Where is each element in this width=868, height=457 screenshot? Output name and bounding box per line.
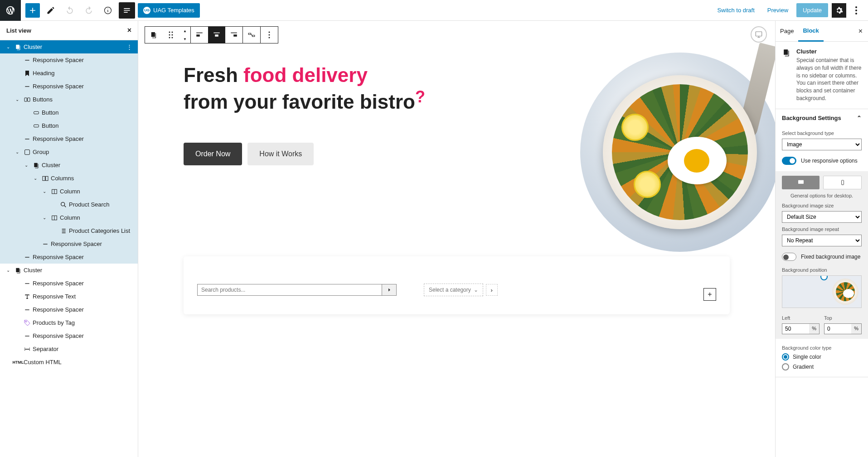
tab-page[interactable]: Page [776, 21, 798, 41]
listview-item[interactable]: Products by Tag [0, 316, 138, 329]
listview-item[interactable]: ⌄Column [0, 185, 138, 198]
bg-repeat-select[interactable]: No Repeat [782, 235, 862, 246]
bg-size-select[interactable]: Default Size [782, 211, 862, 223]
listview-item[interactable]: Product Search [0, 198, 138, 211]
mobile-device-button[interactable] [823, 176, 862, 189]
listview-item-label: Responsive Spacer [51, 241, 102, 247]
bg-left-input[interactable] [782, 324, 809, 334]
listview-item[interactable]: Responsive Text [0, 290, 138, 303]
drag-handle-button[interactable] [162, 27, 179, 43]
minus-icon [22, 332, 33, 340]
listview-toggle-button[interactable] [119, 2, 135, 19]
editor-canvas[interactable]: ▲▼ [138, 21, 775, 457]
listview-item[interactable]: Separator [0, 342, 138, 356]
switch-to-draft-button[interactable]: Switch to draft [713, 4, 759, 16]
how-it-works-button[interactable]: How it Works [247, 143, 314, 165]
group-icon [22, 149, 33, 156]
radio-single-color[interactable]: Single color [782, 353, 862, 361]
bg-position-picker[interactable] [782, 275, 862, 308]
move-up-button[interactable]: ▲ [179, 27, 190, 35]
search-icon [58, 201, 69, 208]
listview-item[interactable]: Responsive Spacer [0, 53, 138, 67]
buttons-icon [22, 96, 33, 103]
listview-item[interactable]: ⌄Buttons [0, 93, 138, 106]
svg-rect-26 [151, 32, 155, 37]
listview-item-label: Responsive Spacer [33, 57, 84, 63]
hero-section: Fresh food delivery from your favorite b… [138, 62, 775, 165]
preview-button[interactable]: Preview [763, 4, 793, 16]
chevron-icon[interactable]: ⌄ [4, 44, 13, 49]
add-block-button[interactable] [25, 3, 40, 18]
listview-item[interactable]: Responsive Spacer [0, 277, 138, 290]
uag-templates-button[interactable]: UGUAG Templates [138, 3, 200, 18]
listview-item[interactable]: Responsive Spacer [0, 329, 138, 342]
chevron-icon[interactable]: ⌄ [40, 215, 49, 220]
listview-item[interactable]: ⌄Column [0, 211, 138, 224]
search-submit-button[interactable] [382, 284, 397, 296]
listview-item-label: Responsive Text [33, 293, 76, 300]
chevron-icon[interactable]: ⌄ [31, 176, 40, 181]
listview-item[interactable]: ⌄Columns [0, 172, 138, 185]
listview-item[interactable]: Responsive Spacer [0, 250, 138, 264]
align-right-button[interactable] [225, 27, 242, 43]
minus-icon [22, 306, 33, 313]
bg-top-input[interactable] [824, 324, 851, 334]
chevron-icon[interactable]: ⌄ [13, 149, 22, 154]
listview-item[interactable]: ⌄Group [0, 145, 138, 159]
radio-gradient[interactable]: Gradient [782, 363, 862, 370]
listview-item[interactable]: Responsive Spacer [0, 237, 138, 250]
fixed-bg-toggle[interactable] [782, 253, 796, 261]
device-preview-badge[interactable] [751, 26, 767, 43]
edit-mode-button[interactable] [43, 2, 59, 19]
listview-item[interactable]: HTMLCustom HTML [0, 356, 138, 369]
redo-button[interactable] [81, 2, 97, 19]
bg-type-select[interactable]: Image [782, 139, 862, 150]
undo-button[interactable] [62, 2, 78, 19]
add-block-inline-button[interactable]: + [703, 288, 716, 301]
button-icon [31, 122, 42, 130]
listview-item[interactable]: Button [0, 119, 138, 132]
listview-item-label: Responsive Spacer [33, 280, 84, 287]
listview-item[interactable]: Product Categories List [0, 224, 138, 237]
info-button[interactable] [100, 2, 116, 19]
listview-item-label: Column [60, 188, 80, 195]
top-toolbar: UGUAG Templates Switch to draft Preview … [0, 0, 868, 21]
wordpress-logo[interactable] [0, 0, 21, 21]
listview-item[interactable]: Responsive Spacer [0, 303, 138, 316]
listview-item[interactable]: ⌄Cluster [0, 159, 138, 172]
listview-item[interactable]: ⌄Cluster [0, 264, 138, 277]
order-now-button[interactable]: Order Now [184, 143, 242, 165]
listview-item[interactable]: Responsive Spacer [0, 132, 138, 145]
bg-position-label: Background position [782, 267, 862, 273]
chevron-icon[interactable]: ⌄ [4, 268, 13, 273]
chevron-icon[interactable]: ⌄ [40, 189, 49, 194]
chevron-icon[interactable]: ⌄ [22, 163, 31, 168]
move-down-button[interactable]: ▼ [179, 35, 190, 43]
full-width-button[interactable] [243, 27, 260, 43]
tab-block[interactable]: Block [798, 21, 823, 42]
block-more-button[interactable] [261, 27, 278, 43]
settings-button[interactable] [832, 3, 846, 18]
close-listview-button[interactable]: × [127, 26, 131, 34]
align-center-button[interactable] [208, 27, 225, 43]
category-select[interactable]: Select a category⌄ [424, 284, 483, 296]
more-options-button[interactable] [850, 2, 863, 19]
product-search-input[interactable] [197, 284, 382, 296]
svg-rect-21 [16, 268, 19, 272]
position-handle[interactable] [820, 275, 828, 280]
chevron-icon[interactable]: ⌄ [13, 97, 22, 102]
close-sidebar-button[interactable]: × [853, 27, 868, 35]
listview-item[interactable]: Responsive Spacer [0, 80, 138, 93]
listview-item-more-button[interactable]: ⋮ [125, 43, 134, 50]
desktop-device-button[interactable] [782, 176, 820, 189]
responsive-toggle[interactable] [782, 157, 796, 165]
listview-item[interactable]: ⌄Cluster⋮ [0, 40, 138, 53]
bg-settings-header[interactable]: Background Settings⌃ [776, 109, 868, 127]
update-button[interactable]: Update [796, 3, 828, 17]
hero-heading[interactable]: Fresh food delivery from your favorite b… [184, 62, 743, 115]
listview-item[interactable]: Heading [0, 67, 138, 80]
category-next-button[interactable]: › [486, 284, 498, 296]
block-type-button[interactable] [145, 27, 162, 43]
align-left-button[interactable] [191, 27, 208, 43]
listview-item[interactable]: Button [0, 106, 138, 119]
